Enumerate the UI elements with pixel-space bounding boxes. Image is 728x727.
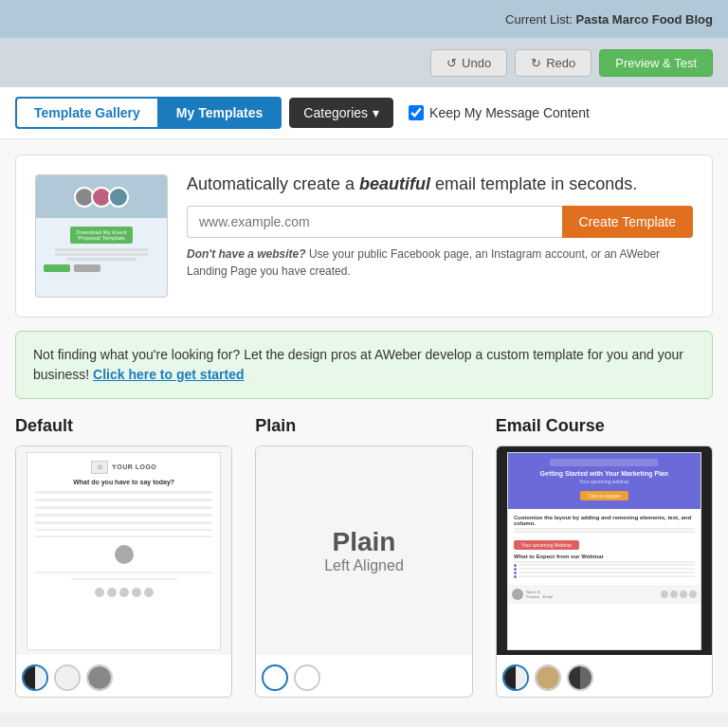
ec-section-title-1: Customize the layout by adding and remov…: [514, 515, 695, 526]
redo-button[interactable]: Redo: [515, 49, 592, 77]
ec-bullet-line-1: [519, 564, 695, 566]
default-color-btn-3[interactable]: [86, 664, 113, 691]
ec-bullet-4: [514, 575, 695, 578]
plain-color-btn-2[interactable]: [294, 664, 320, 691]
redo-icon: [531, 56, 541, 70]
template-col-email-course: Email Course Getting Started with Your M…: [496, 416, 713, 698]
auto-create-heading-bold: beautiful: [359, 174, 430, 193]
tab-template-gallery[interactable]: Template Gallery: [15, 97, 157, 129]
ec-color-btn-3[interactable]: [567, 664, 593, 691]
ec-footer-socials: [661, 591, 697, 598]
info-box: Not finding what you're looking for? Let…: [15, 331, 713, 399]
undo-label: Undo: [462, 56, 491, 70]
ec-footer-text: Name S.Position - Email: [526, 590, 658, 599]
ec-dot-4: [514, 575, 517, 578]
no-website-text: Don't have a website? Use your public Fa…: [187, 245, 693, 280]
info-box-link[interactable]: Click here to get started: [93, 367, 245, 382]
img-sm-btn-1: [44, 264, 70, 272]
ec-header-logo: [550, 459, 658, 466]
default-color-btn-1[interactable]: [22, 664, 48, 691]
template-card-plain[interactable]: Plain Left Aligned: [255, 445, 472, 698]
ec-line-2: [514, 531, 695, 533]
dp-sm-line-3: [35, 572, 212, 573]
nav-area: Template Gallery My Templates Categories…: [0, 87, 728, 139]
create-template-label: Create Template: [579, 214, 676, 229]
ec-preview-content: Getting Started with Your Marketing Plan…: [507, 452, 701, 650]
templates-grid: Default 🖼 YOUR LOGO What do you have to …: [15, 416, 713, 698]
ec-header: Getting Started with Your Marketing Plan…: [508, 453, 701, 509]
ec-color-half-left-1: [504, 666, 516, 689]
ec-section-title-2: What to Expect from our Webinar: [514, 554, 695, 559]
keep-message-label[interactable]: Keep My Message Content: [409, 105, 590, 120]
social-icon-4: [132, 588, 141, 597]
auto-create-heading: Automatically create a beautiful email t…: [187, 174, 693, 194]
download-btn-preview: Download My EventProposal Template: [70, 227, 132, 244]
dp-logo-text: YOUR LOGO: [112, 463, 156, 470]
color-half-left-1: [24, 666, 35, 689]
undo-icon: [446, 56, 457, 70]
auto-create-right: Automatically create a beautiful email t…: [187, 174, 693, 280]
dp-line-1: [35, 491, 212, 494]
auto-create-heading-text: Automatically create a: [187, 174, 359, 193]
redo-label: Redo: [546, 56, 575, 70]
dp-line-3: [35, 506, 212, 509]
template-email-course-title: Email Course: [496, 416, 713, 436]
template-default-title: Default: [15, 416, 232, 436]
plain-preview-content: Plain Left Aligned: [324, 527, 404, 574]
social-icon-1: [95, 588, 104, 597]
plain-preview-title: Plain: [324, 527, 404, 557]
social-icon-2: [107, 588, 117, 597]
dp-sm-line-4: [71, 578, 177, 580]
ec-bullet-2: [514, 568, 695, 571]
img-body: Download My EventProposal Template: [36, 218, 167, 278]
template-card-default[interactable]: 🖼 YOUR LOGO What do you have to say toda…: [15, 445, 232, 698]
preview-test-button[interactable]: Preview & Test: [599, 49, 713, 77]
ec-bullet-line-2: [519, 568, 695, 570]
ec-line-3: [514, 561, 695, 563]
keep-message-checkbox[interactable]: [409, 105, 424, 120]
current-list-label: Current List:: [505, 12, 573, 27]
ec-footer: Name S.Position - Email: [508, 585, 701, 604]
ec-color-btn-1[interactable]: [502, 664, 529, 691]
img-line-1: [55, 248, 148, 251]
undo-button[interactable]: Undo: [430, 49, 507, 77]
ec-footer-social-3: [680, 591, 687, 598]
dp-line-4: [35, 514, 212, 517]
create-template-button[interactable]: Create Template: [562, 206, 693, 238]
ec-dot-1: [514, 564, 517, 567]
ec-color-btn-2[interactable]: [535, 664, 561, 691]
template-col-plain: Plain Plain Left Aligned: [255, 416, 472, 698]
ec-footer-social-4: [689, 591, 697, 598]
dp-avatar: [115, 545, 134, 564]
tab-template-gallery-label: Template Gallery: [34, 105, 140, 120]
ec-color-half-right-3: [580, 666, 592, 689]
ec-color-solid-2: [537, 666, 559, 689]
plain-color-selectors: [256, 655, 471, 697]
template-card-email-course[interactable]: Getting Started with Your Marketing Plan…: [496, 445, 713, 698]
preview-test-label: Preview & Test: [615, 56, 697, 70]
ec-dot-3: [514, 572, 517, 574]
auto-create-heading-end: email template in seconds.: [430, 174, 637, 193]
ec-bullet-line-3: [519, 572, 695, 573]
tab-my-templates-label: My Templates: [176, 105, 264, 120]
template-preview-plain: Plain Left Aligned: [256, 446, 471, 655]
plain-color-btn-1[interactable]: [262, 664, 288, 691]
ec-body: Customize the layout by adding and remov…: [508, 509, 701, 585]
default-color-btn-2[interactable]: [54, 664, 81, 691]
dp-logo-icon: 🖼: [91, 461, 108, 474]
url-input[interactable]: [187, 206, 562, 238]
img-btns: [44, 264, 159, 272]
categories-button[interactable]: Categories: [289, 98, 393, 128]
template-preview-email-course: Getting Started with Your Marketing Plan…: [497, 446, 712, 655]
color-solid-2: [56, 666, 79, 689]
ec-footer-social-2: [670, 591, 678, 598]
plain-color-circle-1: [264, 666, 286, 689]
ec-line-1: [514, 528, 695, 530]
ec-header-title: Getting Started with Your Marketing Plan: [514, 470, 695, 477]
tab-my-templates[interactable]: My Templates: [157, 97, 282, 129]
ec-footer-avatar: [512, 589, 523, 600]
ec-color-half-left-3: [569, 666, 580, 689]
auto-create-image: Download My EventProposal Template: [35, 174, 168, 298]
dp-line-5: [35, 521, 212, 524]
dp-logo: 🖼 YOUR LOGO: [35, 461, 212, 474]
